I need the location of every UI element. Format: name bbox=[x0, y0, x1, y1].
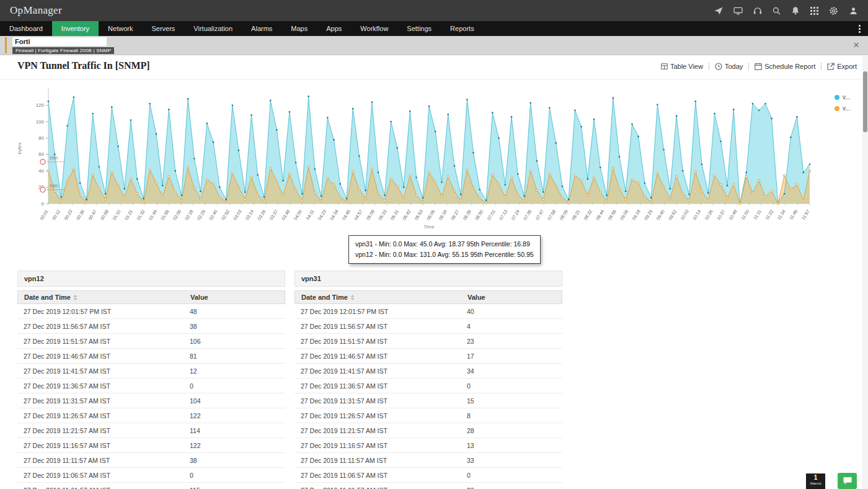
table-row: 27 Dec 2019 11:31:57 AM IST104 bbox=[17, 393, 285, 408]
nav-tab-apps[interactable]: Apps bbox=[317, 21, 351, 36]
nav-tab-network[interactable]: Network bbox=[99, 21, 142, 36]
page-title: VPN Tunnel Traffic In [SNMP] bbox=[17, 60, 150, 71]
divider bbox=[821, 63, 822, 70]
svg-text:11:00: 11:00 bbox=[740, 209, 750, 221]
cell-date-time: 27 Dec 2019 11:26:57 AM IST bbox=[294, 408, 467, 423]
table-row: 27 Dec 2019 11:06:57 AM IST0 bbox=[17, 468, 285, 483]
clock-icon bbox=[715, 63, 722, 70]
column-label: Date and Time bbox=[301, 294, 348, 301]
notifications-bell-icon[interactable] bbox=[791, 6, 800, 15]
column-header-date-time[interactable]: Date and Time bbox=[295, 291, 467, 303]
svg-text:07:58: 07:58 bbox=[546, 209, 557, 221]
export-button[interactable]: Export bbox=[827, 63, 857, 70]
nav-tab-reports[interactable]: Reports bbox=[441, 21, 484, 36]
page-scrollbar[interactable] bbox=[862, 56, 868, 489]
svg-text:01:44: 01:44 bbox=[148, 209, 158, 221]
apps-grid-icon[interactable] bbox=[810, 7, 818, 15]
table-row: 27 Dec 2019 11:16:57 AM IST13 bbox=[294, 438, 562, 453]
nav-tab-dashboard[interactable]: Dashboard bbox=[0, 21, 52, 36]
support-chat-button[interactable] bbox=[838, 473, 857, 489]
legend-item-vpn31[interactable]: v... bbox=[835, 105, 851, 112]
table-row: 27 Dec 2019 11:16:57 AM IST122 bbox=[17, 438, 285, 453]
svg-text:01:32: 01:32 bbox=[135, 209, 146, 221]
nav-tab-servers[interactable]: Servers bbox=[142, 21, 184, 36]
table-row: 27 Dec 2019 11:01:57 AM IST23 bbox=[294, 483, 562, 489]
device-name-input[interactable] bbox=[12, 37, 107, 46]
svg-text:08:55: 08:55 bbox=[607, 209, 618, 221]
search-icon[interactable] bbox=[773, 7, 781, 15]
cell-date-time: 27 Dec 2019 12:01:57 PM IST bbox=[17, 304, 190, 318]
legend-item-vpn12[interactable]: v... bbox=[835, 94, 851, 101]
cell-value: 28 bbox=[467, 423, 562, 437]
nav-tab-settings[interactable]: Settings bbox=[397, 21, 441, 36]
severity-indicator bbox=[5, 37, 7, 53]
cell-value: 0 bbox=[190, 379, 285, 393]
column-header-date-time[interactable]: Date and Time bbox=[18, 291, 190, 303]
table-row: 27 Dec 2019 11:31:57 AM IST15 bbox=[294, 393, 562, 408]
sort-icon bbox=[350, 295, 355, 300]
table-row: 27 Dec 2019 11:26:57 AM IST8 bbox=[294, 408, 562, 423]
svg-text:09:29: 09:29 bbox=[643, 209, 653, 221]
svg-text:00:23: 00:23 bbox=[63, 209, 74, 221]
remote-monitor-icon[interactable] bbox=[733, 7, 743, 15]
support-headset-icon[interactable] bbox=[753, 7, 762, 15]
close-icon[interactable]: × bbox=[853, 38, 859, 53]
column-header-value[interactable]: Value bbox=[467, 291, 562, 303]
table-row: 27 Dec 2019 11:51:57 AM IST106 bbox=[17, 334, 285, 349]
app-logo: OpManager bbox=[10, 4, 62, 17]
cell-date-time: 27 Dec 2019 12:01:57 PM IST bbox=[294, 304, 467, 318]
legend-dot-icon bbox=[835, 106, 839, 111]
nav-tab-maps[interactable]: Maps bbox=[281, 21, 317, 36]
cell-date-time: 27 Dec 2019 11:41:57 AM IST bbox=[17, 364, 190, 378]
percentile-marker-vpn31 bbox=[40, 187, 45, 192]
settings-gear-icon[interactable] bbox=[829, 6, 838, 16]
svg-text:11:45: 11:45 bbox=[788, 209, 799, 221]
svg-text:10:03: 10:03 bbox=[680, 209, 690, 221]
nav-overflow-menu-icon[interactable] bbox=[851, 21, 868, 36]
nav-tab-virtualization[interactable]: Virtualization bbox=[184, 21, 242, 36]
quick-launch-icon[interactable] bbox=[714, 7, 723, 15]
user-avatar[interactable] bbox=[849, 6, 858, 16]
svg-text:01:55: 01:55 bbox=[159, 209, 170, 221]
nav-tab-inventory[interactable]: Inventory bbox=[52, 21, 99, 36]
nav-tabs: DashboardInventoryNetworkServersVirtuali… bbox=[0, 21, 484, 36]
table-row: 27 Dec 2019 11:36:57 AM IST0 bbox=[17, 379, 285, 393]
cell-date-time: 27 Dec 2019 11:11:57 AM IST bbox=[17, 453, 190, 467]
cell-date-time: 27 Dec 2019 11:31:57 AM IST bbox=[294, 393, 467, 408]
cell-value: 0 bbox=[467, 379, 562, 393]
main-nav: DashboardInventoryNetworkServersVirtuali… bbox=[0, 21, 868, 36]
table-view-button[interactable]: Table View bbox=[661, 63, 703, 70]
table-title: vpn31 bbox=[294, 271, 562, 287]
cell-date-time: 27 Dec 2019 11:36:57 AM IST bbox=[17, 379, 190, 393]
svg-text:02:06: 02:06 bbox=[172, 209, 182, 221]
svg-text:08:09: 08:09 bbox=[559, 209, 569, 221]
svg-text:01:10: 01:10 bbox=[111, 209, 122, 221]
svg-text:02:29: 02:29 bbox=[196, 209, 206, 221]
header-divider bbox=[0, 79, 868, 80]
cell-date-time: 27 Dec 2019 11:21:57 AM IST bbox=[17, 423, 190, 437]
table-row: 27 Dec 2019 11:06:57 AM IST0 bbox=[294, 468, 562, 483]
svg-text:09:52: 09:52 bbox=[667, 209, 678, 221]
svg-text:06:05: 06:05 bbox=[425, 209, 436, 221]
legend-label: v... bbox=[843, 105, 851, 112]
alarms-floating-badge[interactable]: 1 Alarms bbox=[806, 473, 825, 489]
percentile-marker-vpn12 bbox=[40, 159, 45, 164]
table-row: 27 Dec 2019 11:21:57 AM IST28 bbox=[294, 423, 562, 438]
svg-text:04:23: 04:23 bbox=[317, 209, 327, 221]
calendar-icon bbox=[755, 63, 762, 70]
column-label: Date and Time bbox=[24, 294, 71, 301]
svg-text:11:11: 11:11 bbox=[752, 209, 763, 220]
svg-text:07:01: 07:01 bbox=[486, 209, 497, 221]
vpn-traffic-chart[interactable]: 02040608010012000:0100:1200:2300:3600:47… bbox=[0, 84, 831, 238]
svg-text:07:24: 07:24 bbox=[510, 209, 521, 221]
svg-text:06:27: 06:27 bbox=[450, 209, 460, 221]
time-period-button[interactable]: Today bbox=[715, 63, 743, 70]
svg-text:08:44: 08:44 bbox=[595, 209, 605, 221]
schedule-report-button[interactable]: Schedule Report bbox=[755, 63, 815, 70]
nav-tab-alarms[interactable]: Alarms bbox=[242, 21, 281, 36]
column-header-value[interactable]: Value bbox=[190, 291, 285, 303]
nav-tab-workflow[interactable]: Workflow bbox=[351, 21, 397, 36]
svg-text:80: 80 bbox=[38, 135, 44, 141]
cell-date-time: 27 Dec 2019 11:51:57 AM IST bbox=[17, 334, 190, 348]
scrollbar-thumb[interactable] bbox=[863, 71, 867, 132]
